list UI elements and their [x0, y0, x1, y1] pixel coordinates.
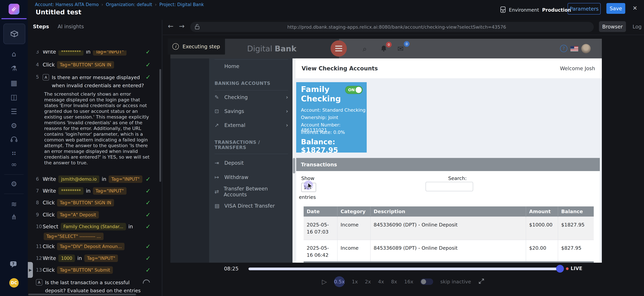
- parameters-button[interactable]: Parameters: [568, 3, 601, 14]
- browser-forward-icon[interactable]: →: [179, 22, 185, 30]
- cell-description: 845336090 (DPT) - Online Deposit: [370, 217, 526, 240]
- tab-log[interactable]: Log: [630, 21, 644, 32]
- check-icon: ✓: [146, 61, 151, 69]
- close-icon[interactable]: ✕: [632, 5, 638, 11]
- content-scrollbar-thumb[interactable]: [293, 158, 295, 173]
- browser-pane: ← → http://prod.dbank.staging-apps.relic…: [163, 20, 644, 296]
- chat-help-icon[interactable]: ?: [0, 260, 28, 270]
- step-row[interactable]: 9ClickTag="A" Deposit ✓: [36, 211, 155, 219]
- bank-search-icon[interactable]: ⌕: [363, 44, 367, 53]
- breadcrumb-account[interactable]: Account: Harness AITA Demo: [35, 2, 99, 7]
- harness-logo-icon[interactable]: [8, 4, 20, 14]
- rail-item-modules-active[interactable]: [3, 23, 25, 44]
- live-label[interactable]: LIVE: [571, 266, 582, 271]
- bank-help-icon[interactable]: ?: [560, 45, 568, 52]
- home-icon[interactable]: ⌂: [0, 50, 28, 58]
- content-scrollbar[interactable]: [292, 58, 296, 263]
- tab-browser[interactable]: Browser: [599, 21, 626, 32]
- environment-value[interactable]: Production: [542, 7, 571, 13]
- org-chart-icon[interactable]: ⋔: [0, 213, 28, 221]
- bank-logo[interactable]: Digital Bank: [247, 39, 296, 58]
- col-category[interactable]: Category: [337, 206, 370, 217]
- account-card-title: Family Checking: [301, 85, 342, 103]
- grid-icon[interactable]: ▦: [0, 79, 28, 87]
- search-input[interactable]: [426, 182, 473, 191]
- tab-steps[interactable]: Steps: [33, 23, 49, 29]
- steps-hscrollbar-thumb[interactable]: [28, 294, 136, 295]
- flask-icon[interactable]: ⚗: [0, 64, 28, 73]
- save-button[interactable]: Save: [606, 3, 625, 14]
- speed-0-5x[interactable]: 0.5x: [334, 276, 345, 287]
- playback-progress-track[interactable]: [248, 268, 558, 270]
- infinity-icon[interactable]: ∞: [0, 160, 28, 168]
- collapse-panel-handle[interactable]: ▶: [28, 262, 33, 278]
- account-toggle[interactable]: ON: [345, 86, 363, 94]
- cell-date: 2025-05-16 06:42: [304, 240, 337, 263]
- account-ownership: Ownership: Joint: [301, 115, 338, 120]
- columns-icon[interactable]: ◫: [0, 93, 28, 101]
- bank-bell-icon[interactable]: [380, 45, 387, 54]
- step-row[interactable]: 11ClickTag="DIV" Deposit Amoun... ✓: [36, 243, 155, 250]
- speed-1x[interactable]: 1x: [352, 279, 358, 285]
- sidebar-item-home[interactable]: Home: [214, 61, 288, 71]
- sidebar-item-withdraw[interactable]: ↦ Withdraw: [214, 172, 288, 182]
- step-row[interactable]: 6Writejsmith@demo.ioinTag="INPUT" ✓: [36, 175, 155, 183]
- breadcrumb-project[interactable]: Project: Digital Bank: [160, 2, 204, 7]
- sidebar-item-label: Savings: [224, 108, 244, 114]
- browser-back-icon[interactable]: ←: [168, 22, 174, 30]
- sidebar-item-visa-direct[interactable]: ▤ VISA Direct Transfer: [214, 201, 288, 211]
- bank-logo-light: Digital: [247, 44, 272, 53]
- sidebar-item-label: Withdraw: [224, 174, 248, 180]
- pipeline-icon[interactable]: ⠶: [0, 149, 28, 157]
- user-avatar[interactable]: DC: [9, 278, 19, 288]
- step-row[interactable]: 8ClickTag="BUTTON" SIGN IN ✓: [36, 199, 155, 206]
- tab-ai-insights[interactable]: AI insights: [58, 23, 84, 29]
- speed-4x[interactable]: 4x: [378, 279, 384, 285]
- speed-2x[interactable]: 2x: [365, 279, 371, 285]
- bank-mail-icon[interactable]: ✉: [398, 44, 404, 53]
- sidebar-item-savings[interactable]: ⊡ Savings ›: [214, 106, 288, 116]
- col-description[interactable]: Description: [370, 206, 526, 217]
- col-date[interactable]: Date: [304, 206, 337, 217]
- bank-menu-button[interactable]: [330, 40, 347, 57]
- speed-16x[interactable]: 16x: [404, 279, 413, 285]
- step-row[interactable]: 10SelectFamily Checking (Standar...in Ta…: [36, 223, 155, 240]
- playback-progress-thumb[interactable]: [556, 265, 564, 273]
- panel-divider: [162, 20, 162, 296]
- us-flag-icon[interactable]: [570, 46, 578, 51]
- url-text[interactable]: http://prod.dbank.staging-apps.relicx.ai…: [200, 24, 594, 30]
- table-row[interactable]: 2025-05-16 07:03 Income 845336090 (DPT) …: [304, 217, 594, 240]
- skip-inactive-toggle[interactable]: [420, 279, 433, 285]
- account-card[interactable]: Family Checking ON Account: Standard Che…: [296, 82, 367, 152]
- sidebar-item-transfer[interactable]: ⇄ Transfer Between Accounts: [214, 186, 288, 197]
- step-row[interactable]: 3Write*********inTag="INPUT" ✓: [36, 50, 155, 56]
- fullscreen-icon[interactable]: [478, 278, 485, 286]
- step-row-assertion[interactable]: AIs the last transaction a successful de…: [36, 279, 155, 294]
- list-icon[interactable]: ☰: [0, 107, 28, 116]
- gear-icon[interactable]: ⚙: [0, 122, 28, 130]
- step-row[interactable]: 7Write*********inTag="INPUT" ✓: [36, 187, 155, 195]
- settings-gear-icon[interactable]: ⚙: [0, 180, 28, 188]
- headset-icon[interactable]: [0, 136, 28, 144]
- step-row[interactable]: 4ClickTag="BUTTON" SIGN IN ✓: [36, 61, 155, 69]
- url-bar[interactable]: http://prod.dbank.staging-apps.relicx.ai…: [190, 22, 594, 32]
- speed-8x[interactable]: 8x: [391, 279, 397, 285]
- col-amount[interactable]: Amount: [526, 206, 558, 217]
- step-connector: in: [86, 50, 90, 55]
- sidebar-item-external[interactable]: ↗ External ›: [214, 120, 288, 130]
- step-row[interactable]: 13ClickTag="BUTTON" Submit ✓: [36, 266, 155, 274]
- layers-icon[interactable]: ≋: [0, 200, 28, 208]
- table-row[interactable]: 2025-05-16 06:42 Income 845336089 (DPT) …: [304, 240, 594, 263]
- cell-date: 2025-05-16 07:03: [304, 217, 337, 240]
- col-balance[interactable]: Balance: [558, 206, 594, 217]
- step-row[interactable]: 12Write1000inTag="INPUT" ✓: [36, 255, 155, 262]
- bank-user-avatar[interactable]: [581, 44, 591, 53]
- play-icon[interactable]: ▷: [322, 278, 327, 285]
- steps-panel: Steps AI insights 3Write*********inTag="…: [28, 20, 162, 296]
- step-row-assertion[interactable]: 5AIs there an error message displayed wh…: [36, 73, 155, 90]
- breadcrumb-organization[interactable]: Organization: default: [106, 2, 152, 7]
- steps-scrollbar-thumb[interactable]: [160, 69, 161, 182]
- viewport-gutter: [170, 58, 209, 263]
- sidebar-item-deposit[interactable]: ⇥ Deposit: [214, 158, 288, 168]
- sidebar-item-checking[interactable]: ✎ Checking ›: [214, 92, 288, 102]
